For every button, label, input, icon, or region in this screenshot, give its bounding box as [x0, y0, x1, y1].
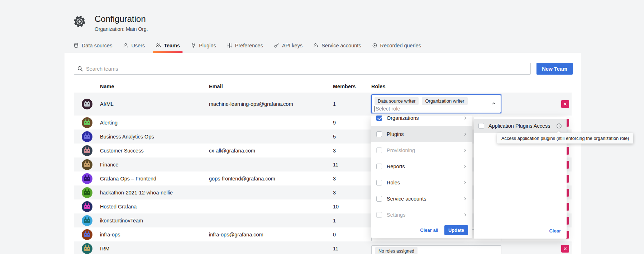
team-name[interactable]: Business Analytics Ops [100, 134, 154, 140]
users-icon [156, 43, 161, 48]
team-name[interactable]: Grafana Ops – Frontend [100, 176, 156, 182]
database-icon [73, 43, 79, 48]
table-header: Name Email Members Roles [74, 84, 572, 92]
update-button[interactable]: Update [444, 225, 468, 235]
team-name[interactable]: infra-ops [100, 232, 120, 237]
search-box [74, 63, 531, 75]
tab-label: Service accounts [321, 43, 361, 48]
menu-item-settings: Settings [371, 207, 472, 223]
menu-item-label: Roles [387, 180, 400, 185]
team-email: infra-ops@grafana.com [209, 232, 263, 237]
checkbox[interactable] [376, 196, 382, 202]
chevron-right-icon [463, 164, 467, 169]
info-icon[interactable] [556, 123, 562, 129]
menu-item-label: Reports [387, 164, 405, 169]
close-icon [563, 102, 568, 107]
clear-link[interactable]: Clear [549, 228, 561, 234]
chevron-right-icon [463, 213, 467, 217]
team-email: gops-frontend@grafana.com [209, 176, 275, 182]
text-cursor [375, 106, 375, 112]
tab-label: Data sources [82, 43, 112, 48]
menu-item-label: Provisioning [387, 147, 415, 153]
tab-preferences[interactable]: Preferences [221, 38, 268, 53]
team-members-count: 10 [333, 204, 339, 210]
team-members-count: 3 [333, 148, 336, 154]
close-icon [563, 246, 568, 251]
chevron-up-icon[interactable] [491, 101, 496, 107]
team-name[interactable]: Alerting [100, 120, 118, 126]
clear-all-link[interactable]: Clear all [420, 227, 438, 233]
tab-bar: Data sourcesUsersTeamsPluginsPreferences… [68, 38, 426, 53]
record-icon [372, 43, 377, 48]
tab-label: Plugins [199, 43, 216, 48]
team-name[interactable]: ikonstantinovTeam [100, 218, 143, 224]
role-picker-focused[interactable]: Data source writer Organization writer S… [371, 94, 501, 113]
chevron-right-icon [463, 148, 467, 152]
page-header: Configuration Organization: Main Org. [72, 14, 148, 32]
page: Configuration Organization: Main Org. Da… [0, 0, 644, 254]
checkbox[interactable] [376, 116, 382, 121]
chevron-right-icon [463, 116, 467, 120]
page-title: Configuration [95, 14, 148, 24]
team-name[interactable]: IRM [100, 246, 110, 251]
team-email: cx-all@grafana.com [209, 148, 255, 154]
team-avatar [82, 159, 92, 170]
team-avatar [82, 145, 92, 156]
menu-item-application-plugins-access[interactable]: Application Plugins Access [474, 119, 567, 133]
configuration-gear-icon [72, 14, 87, 29]
menu-item-label: Settings [387, 212, 405, 218]
menu-item-organizations[interactable]: Organizations [371, 116, 472, 126]
search-input[interactable] [74, 63, 531, 75]
team-avatar [82, 215, 92, 226]
tab-recorded-queries[interactable]: Recorded queries [367, 38, 426, 53]
chevron-right-icon [463, 197, 467, 201]
team-name[interactable]: Customer Success [100, 148, 144, 154]
menu-item-label: Application Plugins Access [488, 123, 550, 129]
delete-team-button[interactable] [561, 245, 569, 253]
team-avatar [82, 131, 92, 142]
team-name[interactable]: hackathon-2021-12-whoa-nellie [100, 190, 173, 196]
tab-label: Recorded queries [380, 43, 421, 48]
team-members-count: 3 [333, 190, 336, 196]
menu-item-label: Plugins [387, 131, 404, 137]
tab-api-keys[interactable]: API keys [268, 38, 308, 53]
menu-item-label: Service accounts [387, 196, 426, 202]
role-picker-irm[interactable]: No roles assigned [371, 245, 501, 254]
tooltip: Access application plugins (still enforc… [497, 133, 633, 144]
column-header-email: Email [209, 84, 223, 89]
team-members-count: 0 [333, 232, 336, 237]
team-name[interactable]: Finance [100, 162, 119, 168]
tab-service-accounts[interactable]: Service accounts [308, 38, 366, 53]
role-picker-placeholder: Select role [376, 106, 400, 112]
tab-plugins[interactable]: Plugins [185, 38, 221, 53]
menu-item-reports[interactable]: Reports [371, 158, 472, 174]
team-name[interactable]: Hosted Grafana [100, 204, 137, 210]
checkbox[interactable] [376, 164, 382, 169]
column-header-roles: Roles [371, 84, 386, 89]
team-members-count: 11 [333, 246, 338, 251]
team-email: machine-learning-ops@grafana.com [209, 101, 293, 107]
checkbox[interactable] [376, 131, 382, 137]
menu-item-plugins[interactable]: Plugins [371, 126, 472, 142]
tab-teams[interactable]: Teams [150, 38, 185, 53]
menu-item-roles[interactable]: Roles [371, 174, 472, 190]
checkbox[interactable] [376, 180, 382, 185]
team-members-count: 3 [333, 176, 336, 182]
tab-data-sources[interactable]: Data sources [68, 38, 118, 53]
chevron-right-icon [463, 180, 467, 185]
new-team-button[interactable]: New Team [536, 63, 573, 75]
tab-users[interactable]: Users [118, 38, 150, 53]
delete-team-button[interactable] [561, 100, 569, 108]
checkbox[interactable] [478, 123, 484, 129]
chevron-right-icon [463, 132, 467, 136]
plug-icon [191, 43, 196, 48]
role-tag[interactable]: Data source writer [375, 97, 419, 105]
role-tag[interactable]: Organization writer [422, 97, 467, 105]
team-avatar [82, 201, 92, 212]
team-avatar [82, 229, 92, 240]
team-name[interactable]: AI/ML [100, 101, 114, 107]
column-header-members: Members [333, 84, 356, 89]
menu-item-service-accounts[interactable]: Service accounts [371, 190, 472, 207]
role-picker-menu: OrganizationsPluginsProvisioningReportsR… [371, 116, 472, 238]
team-members-count: 1 [333, 101, 336, 107]
